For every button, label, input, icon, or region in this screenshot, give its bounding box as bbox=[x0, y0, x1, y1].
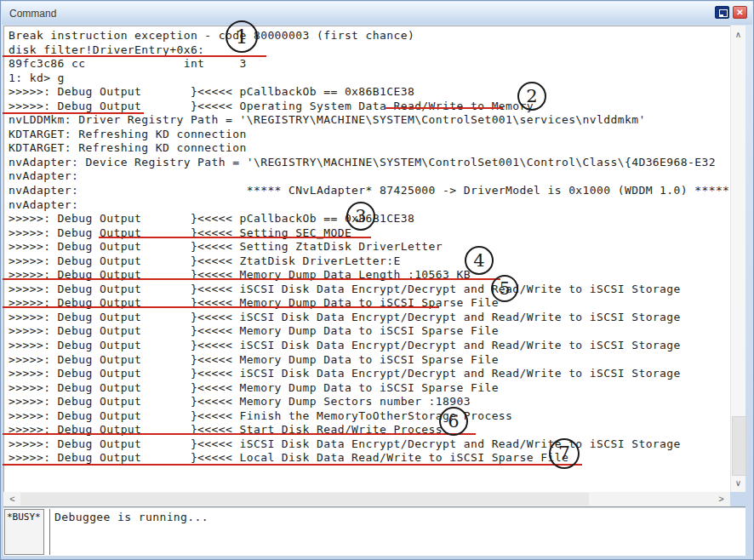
terminal-line: nvAdapter: Device Registry Path = '\REGI… bbox=[9, 156, 730, 170]
terminal-line: nvAdapter: ***** CNvLAdapter* 87425000 -… bbox=[9, 184, 730, 198]
terminal-line: >>>>>: Debug Output }<<<<< Start Disk Re… bbox=[9, 423, 730, 437]
dock-window-icon bbox=[719, 9, 728, 17]
terminal-line: >>>>>: Debug Output }<<<<< iSCSI Disk Da… bbox=[9, 311, 730, 325]
terminal-line: 1: kd> g bbox=[9, 71, 730, 86]
terminal-line: nvLDDMkm: Driver Registry Path = '\REGIS… bbox=[9, 113, 730, 128]
command-window: Command ✕ Break instruction exception - … bbox=[0, 0, 754, 560]
terminal-line: >>>>>: Debug Output }<<<<< Operating Sys… bbox=[9, 100, 730, 114]
prompt-bar: *BUSY* Debuggee is running... bbox=[3, 508, 745, 556]
window-title: Command bbox=[9, 8, 56, 20]
terminal-line: >>>>>: Debug Output }<<<<< Memory Dump D… bbox=[9, 268, 730, 283]
scroll-down-arrow-icon[interactable]: ∨ bbox=[731, 476, 745, 490]
scroll-right-arrow-icon[interactable]: > bbox=[714, 492, 728, 506]
terminal-line: >>>>>: Debug Output }<<<<< Memory Dump D… bbox=[9, 296, 730, 311]
terminal-lines: Break instruction exception - code 80000… bbox=[9, 29, 730, 466]
prompt-separator bbox=[3, 506, 745, 507]
terminal-line: >>>>>: Debug Output }<<<<< iSCSI Disk Da… bbox=[9, 283, 730, 297]
terminal-line: KDTARGET: Refreshing KD connection bbox=[9, 128, 730, 142]
terminal-line: nvAdapter: bbox=[9, 198, 730, 213]
scroll-up-arrow-icon[interactable]: ∧ bbox=[731, 27, 745, 42]
terminal-line: >>>>>: Debug Output }<<<<< ZtatDisk Driv… bbox=[9, 254, 730, 269]
close-icon: ✕ bbox=[736, 8, 743, 17]
terminal-line: >>>>>: Debug Output }<<<<< Memory Dump D… bbox=[9, 353, 730, 368]
terminal-line: disk_filter!DriverEntry+0x6: bbox=[9, 43, 730, 58]
vertical-scroll-thumb[interactable] bbox=[732, 416, 746, 476]
close-button[interactable]: ✕ bbox=[733, 6, 747, 19]
terminal-line: >>>>>: Debug Output }<<<<< Memory Dump S… bbox=[9, 395, 730, 409]
terminal-line: >>>>>: Debug Output }<<<<< pCallbackOb =… bbox=[9, 212, 730, 226]
terminal-line: KDTARGET: Refreshing KD connection bbox=[9, 141, 730, 156]
terminal-line: Break instruction exception - code 80000… bbox=[9, 29, 730, 43]
terminal-line: nvAdapter: bbox=[9, 169, 730, 184]
terminal-line: >>>>>: Debug Output }<<<<< Setting SEC_M… bbox=[9, 226, 730, 241]
busy-status-badge: *BUSY* bbox=[4, 509, 44, 555]
terminal-line: >>>>>: Debug Output }<<<<< iSCSI Disk Da… bbox=[9, 339, 730, 353]
horizontal-scroll-thumb[interactable] bbox=[20, 493, 589, 506]
vertical-scrollbar[interactable]: ∧ ∨ bbox=[730, 26, 745, 492]
terminal-line: 89fc3c86 cc int 3 bbox=[9, 57, 730, 71]
titlebar[interactable]: Command ✕ bbox=[2, 2, 752, 25]
terminal-line: >>>>>: Debug Output }<<<<< pCallbackOb =… bbox=[9, 85, 730, 100]
terminal-line: >>>>>: Debug Output }<<<<< iSCSI Disk Da… bbox=[9, 367, 730, 381]
horizontal-scrollbar[interactable]: < > bbox=[3, 492, 730, 506]
terminal-line: >>>>>: Debug Output }<<<<< Local Disk Da… bbox=[9, 451, 730, 466]
dock-button[interactable] bbox=[715, 6, 729, 19]
terminal-line: >>>>>: Debug Output }<<<<< Setting ZtatD… bbox=[9, 240, 730, 254]
command-input-text: Debuggee is running... bbox=[54, 511, 208, 523]
scroll-left-arrow-icon[interactable]: < bbox=[5, 492, 20, 506]
terminal-line: >>>>>: Debug Output }<<<<< Finish the Me… bbox=[9, 409, 730, 424]
terminal-line: >>>>>: Debug Output }<<<<< Memory Dump D… bbox=[9, 381, 730, 396]
debug-output-area[interactable]: Break instruction exception - code 80000… bbox=[3, 26, 730, 492]
terminal-line: >>>>>: Debug Output }<<<<< iSCSI Disk Da… bbox=[9, 437, 730, 452]
command-input[interactable]: Debuggee is running... bbox=[49, 509, 745, 555]
terminal-line: >>>>>: Debug Output }<<<<< Memory Dump D… bbox=[9, 324, 730, 339]
